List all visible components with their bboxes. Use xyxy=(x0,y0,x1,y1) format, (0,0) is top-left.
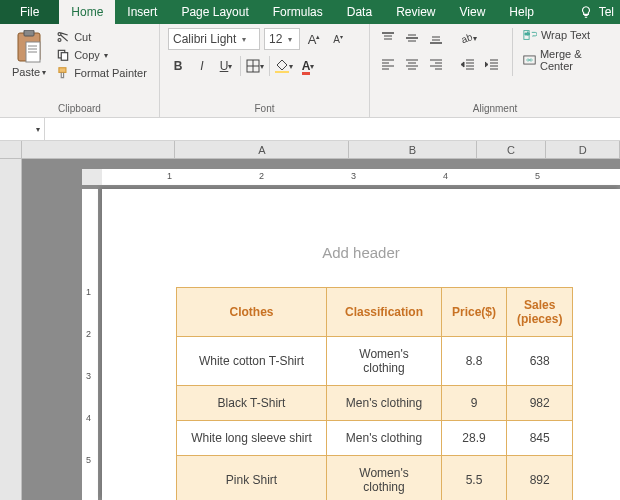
font-name-combo[interactable]: Calibri Light▾ xyxy=(168,28,260,50)
decrease-indent-button[interactable] xyxy=(458,54,478,74)
table-cell[interactable]: Women's clothing xyxy=(327,456,442,501)
column-header-d[interactable]: D xyxy=(546,141,620,158)
table-header[interactable]: Classification xyxy=(327,288,442,337)
table-header[interactable]: Sales (pieces) xyxy=(507,288,573,337)
workspace: ABCD 12345 12345 Add header ClothesClass… xyxy=(0,141,620,500)
clipboard-paste-icon xyxy=(15,30,43,64)
copy-button[interactable]: Copy▾ xyxy=(56,48,147,62)
tab-review[interactable]: Review xyxy=(384,0,447,24)
table-cell[interactable]: Pink Shirt xyxy=(177,456,327,501)
font-size-combo[interactable]: 12▾ xyxy=(264,28,300,50)
svg-line-9 xyxy=(61,33,68,35)
borders-button[interactable]: ▾ xyxy=(245,56,265,76)
wrap-text-label: Wrap Text xyxy=(541,29,590,41)
table-cell[interactable]: White long sleeve shirt xyxy=(177,421,327,456)
tab-help[interactable]: Help xyxy=(497,0,546,24)
page-header-placeholder[interactable]: Add header xyxy=(102,244,620,261)
horizontal-ruler[interactable]: 12345 xyxy=(102,169,620,185)
table-row[interactable]: Black T-ShirtMen's clothing9982 xyxy=(177,386,573,421)
column-header-a[interactable]: A xyxy=(175,141,349,158)
align-left-icon xyxy=(381,57,395,71)
borders-icon xyxy=(246,59,260,73)
table-cell[interactable]: Women's clothing xyxy=(327,337,442,386)
group-label-font: Font xyxy=(160,102,369,117)
align-left-button[interactable] xyxy=(378,54,398,74)
italic-button[interactable]: I xyxy=(192,56,212,76)
align-top-button[interactable] xyxy=(378,28,398,48)
orientation-icon: ab xyxy=(459,31,473,45)
chevron-down-icon: ▾ xyxy=(310,62,314,71)
table-cell[interactable]: Black T-Shirt xyxy=(177,386,327,421)
row-headers xyxy=(0,159,22,500)
align-center-button[interactable] xyxy=(402,54,422,74)
tab-home[interactable]: Home xyxy=(59,0,115,24)
decrease-font-button[interactable]: A▾ xyxy=(328,29,348,49)
table-cell[interactable]: 638 xyxy=(507,337,573,386)
ribbon-tabs: File Home Insert Page Layout Formulas Da… xyxy=(0,0,620,24)
paste-button[interactable]: Paste▾ xyxy=(8,28,50,98)
underline-button[interactable]: U▾ xyxy=(216,56,236,76)
vertical-ruler[interactable]: 12345 xyxy=(82,189,98,500)
increase-indent-button[interactable] xyxy=(482,54,502,74)
formula-bar: ▾ xyxy=(0,118,620,141)
table-row[interactable]: White cotton T-ShirtWomen's clothing8.86… xyxy=(177,337,573,386)
tab-formulas[interactable]: Formulas xyxy=(261,0,335,24)
orientation-button[interactable]: ab▾ xyxy=(458,28,478,48)
align-center-icon xyxy=(405,57,419,71)
table-cell[interactable]: 28.9 xyxy=(442,421,507,456)
wrap-text-icon: ab xyxy=(523,28,537,42)
sheet-canvas[interactable]: 12345 12345 Add header ClothesClassifica… xyxy=(22,159,620,500)
format-painter-button[interactable]: Format Painter xyxy=(56,66,147,80)
table-cell[interactable]: 982 xyxy=(507,386,573,421)
column-header-c[interactable]: C xyxy=(477,141,547,158)
cut-button[interactable]: Cut xyxy=(56,30,147,44)
fill-color-icon xyxy=(275,59,289,73)
table-cell[interactable]: 892 xyxy=(507,456,573,501)
table-cell[interactable]: 5.5 xyxy=(442,456,507,501)
tab-page-layout[interactable]: Page Layout xyxy=(169,0,260,24)
svg-text:ab: ab xyxy=(460,31,473,45)
align-middle-button[interactable] xyxy=(402,28,422,48)
tell-me[interactable]: Tel xyxy=(573,0,620,24)
lightbulb-icon xyxy=(579,5,593,19)
merge-center-button[interactable]: Merge & Center xyxy=(523,48,612,72)
font-size-value: 12 xyxy=(269,32,282,46)
table-cell[interactable]: 845 xyxy=(507,421,573,456)
bold-button[interactable]: B xyxy=(168,56,188,76)
tab-view[interactable]: View xyxy=(448,0,498,24)
group-label-alignment: Alignment xyxy=(370,102,620,117)
table-row[interactable]: White long sleeve shirtMen's clothing28.… xyxy=(177,421,573,456)
page[interactable]: Add header ClothesClassificationPrice($)… xyxy=(102,189,620,500)
table-cell[interactable]: 8.8 xyxy=(442,337,507,386)
svg-line-8 xyxy=(61,35,68,41)
table-cell[interactable]: White cotton T-Shirt xyxy=(177,337,327,386)
align-bottom-button[interactable] xyxy=(426,28,446,48)
font-color-button[interactable]: A▾ xyxy=(298,56,318,76)
font-color-icon: A xyxy=(302,59,311,73)
scissors-icon xyxy=(56,30,70,44)
table-row[interactable]: Pink ShirtWomen's clothing5.5892 xyxy=(177,456,573,501)
wrap-text-button[interactable]: ab Wrap Text xyxy=(523,28,612,42)
tab-data[interactable]: Data xyxy=(335,0,384,24)
table-header[interactable]: Price($) xyxy=(442,288,507,337)
table-header[interactable]: Clothes xyxy=(177,288,327,337)
select-all-corner[interactable] xyxy=(0,141,22,159)
fill-color-button[interactable]: ▾ xyxy=(274,56,294,76)
table-cell[interactable]: 9 xyxy=(442,386,507,421)
paste-label: Paste xyxy=(12,66,40,78)
increase-font-button[interactable]: A▴ xyxy=(304,29,324,49)
data-table[interactable]: ClothesClassificationPrice($)Sales (piec… xyxy=(176,287,573,500)
cut-label: Cut xyxy=(74,31,91,43)
tab-file[interactable]: File xyxy=(0,0,59,24)
ruler-num: 3 xyxy=(86,371,91,381)
svg-rect-11 xyxy=(61,53,67,61)
column-header-b[interactable]: B xyxy=(349,141,476,158)
ruler-num: 1 xyxy=(167,171,172,181)
align-right-button[interactable] xyxy=(426,54,446,74)
name-box[interactable]: ▾ xyxy=(0,118,45,140)
tab-insert[interactable]: Insert xyxy=(115,0,169,24)
table-cell[interactable]: Men's clothing xyxy=(327,421,442,456)
font-name-value: Calibri Light xyxy=(173,32,236,46)
table-cell[interactable]: Men's clothing xyxy=(327,386,442,421)
ruler-num: 1 xyxy=(86,287,91,297)
